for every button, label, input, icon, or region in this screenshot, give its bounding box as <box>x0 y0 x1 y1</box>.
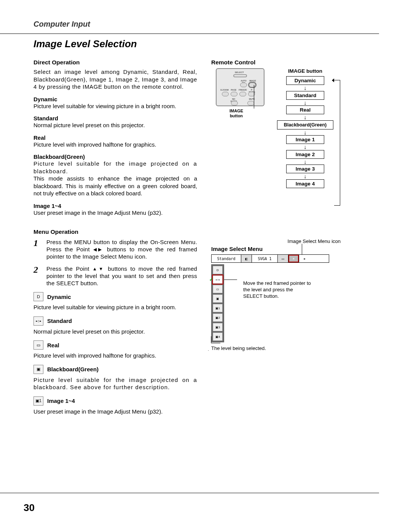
note-pointer-line <box>224 280 237 280</box>
menubar-svga: SVGA 1 <box>252 255 278 262</box>
mode-real-desc: Picture level with improved halftone for… <box>33 352 197 359</box>
menu-item-dynamic[interactable]: D <box>213 266 223 274</box>
menu-op-heading: Menu Operation <box>33 228 197 235</box>
menubar-icon-2: ▭ <box>278 255 288 262</box>
remote-mute-button[interactable] <box>247 101 254 105</box>
menubar-icon-3: ✶ <box>299 255 310 262</box>
page-number: 30 <box>24 502 35 514</box>
menu-item-image1[interactable]: ▣1 <box>213 304 223 312</box>
mode-standard-label: Standard <box>47 318 72 324</box>
image-select-menu-screenshot: Standard ◧ SVGA 1 ▭ ☀ ✶ D •○• ▭ ▣ ▣1 ▣2 … <box>211 254 329 342</box>
step-1-number: 1 <box>33 238 41 260</box>
mode-dynamic: D Dynamic <box>33 292 197 301</box>
menu-item-image3[interactable]: ▣3 <box>213 323 223 331</box>
mode-standard: •○• Standard <box>33 316 197 326</box>
flow-arrow-icon: ↓ <box>304 85 307 91</box>
remote-image-button[interactable] <box>249 83 256 87</box>
step-2-pre: Press the Point <box>46 265 92 272</box>
mode-blackboard-desc: Picture level suitable for the image pro… <box>33 376 197 391</box>
page-title: Image Level Selection <box>33 38 137 50</box>
mode-real-label: Real <box>47 342 59 348</box>
flow-arrow-icon: ↓ <box>304 144 307 150</box>
blackboard-heading: Blackboard(Green) <box>33 153 197 160</box>
ism-pointer-line <box>302 244 302 254</box>
blackboard-icon: ▣ <box>33 365 43 374</box>
direct-op-intro: Select an image level among Dynamic, Sta… <box>33 68 197 91</box>
section-header: Computer Input <box>0 0 411 29</box>
ism-title: Image Select Menu <box>211 246 379 252</box>
flow-return-arrow <box>334 80 340 206</box>
menu-item-column: D •○• ▭ ▣ ▣1 ▣2 ▣3 ▣4 <box>211 264 224 342</box>
dynamic-heading: Dynamic <box>33 96 197 102</box>
mode-dynamic-label: Dynamic <box>47 294 71 300</box>
flow-column: IMAGE button Dynamic ↓ Standard ↓ Real ↓… <box>273 68 338 188</box>
menubar-standard: Standard <box>212 255 241 262</box>
step-1: 1 Press the MENU button to display the O… <box>33 238 197 260</box>
blackboard-desc-2: This mode assists to enhance the image p… <box>33 175 197 197</box>
flow-arrow-icon: ↓ <box>304 159 307 165</box>
step-1-text: Press the MENU button to display the On-… <box>46 238 197 260</box>
flow-real: Real <box>286 105 324 114</box>
remote-autopc-button[interactable] <box>240 83 247 87</box>
menubar-icon-selected: ☀ <box>288 255 299 262</box>
flow-title: IMAGE button <box>288 68 322 74</box>
mode-blackboard: ▣ Blackboard(Green) <box>33 365 197 374</box>
connector-line <box>254 85 254 109</box>
step-2: 2 Press the Point ▲▼ buttons to move the… <box>33 265 197 287</box>
right-column-upper: Remote Control SELECT AUTO PC IMAGE D.ZO… <box>211 59 379 188</box>
rule-bottom <box>0 493 379 493</box>
point-lr-icon: ◀▶ <box>93 247 104 252</box>
dynamic-desc: Picture level suitable for viewing pictu… <box>33 102 197 110</box>
right-column-lower: Image Select Menu icon Image Select Menu… <box>211 238 379 351</box>
remote-page-button[interactable] <box>231 92 237 96</box>
image14-desc: User preset image in the Image Adjust Me… <box>33 209 197 217</box>
remote-control-diagram: SELECT AUTO PC IMAGE D.ZOOM PAGE FREEZE … <box>216 68 264 106</box>
menu-item-real[interactable]: ▭ <box>213 285 223 293</box>
menu-item-image2[interactable]: ▣2 <box>213 313 223 322</box>
remote-heading: Remote Control <box>211 59 379 66</box>
flow-image4: Image 4 <box>286 179 324 188</box>
flow-arrow-icon: ↓ <box>304 100 307 105</box>
mode-dynamic-desc: Picture level suitable for viewing pictu… <box>33 304 197 311</box>
step-2-number: 2 <box>33 265 41 287</box>
remote-noshow-button[interactable] <box>231 101 238 105</box>
step-2-text: Press the Point ▲▼ buttons to move the r… <box>46 265 197 287</box>
flow-arrow-icon: ↓ <box>304 130 307 135</box>
point-ud-icon: ▲▼ <box>92 266 105 272</box>
blackboard-desc-1: Picture level suitable for the image pro… <box>33 160 197 175</box>
flow-image3: Image 3 <box>286 165 324 173</box>
mode-image14-label: Image 1~4 <box>47 398 75 404</box>
flow-image2: Image 2 <box>286 150 324 159</box>
ism-icon-label: Image Select Menu icon <box>211 238 379 244</box>
real-heading: Real <box>33 134 197 141</box>
rule-top <box>0 34 379 34</box>
menu-bar: Standard ◧ SVGA 1 ▭ ☀ ✶ <box>211 254 329 263</box>
mode-standard-desc: Normal picture level preset on this proj… <box>33 328 197 335</box>
image1-icon: ▣1 <box>33 396 43 406</box>
image14-heading: Image 1~4 <box>33 203 197 209</box>
direct-op-heading: Direct Operation <box>33 59 197 66</box>
menu-item-standard[interactable]: •○• <box>213 275 223 284</box>
flow-blackboard: Blackboard(Green) <box>277 120 333 129</box>
flow-arrow-icon: ↓ <box>304 174 307 179</box>
remote-freeze-button[interactable] <box>239 92 246 96</box>
dynamic-icon: D <box>33 292 43 301</box>
remote-select-label: SELECT <box>235 71 244 73</box>
standard-icon: •○• <box>33 316 43 326</box>
mode-image14: ▣1 Image 1~4 <box>33 396 197 406</box>
image-button-caption: IMAGE button <box>225 109 248 118</box>
flow-arrow-icon: ↓ <box>304 115 307 120</box>
real-icon: ▭ <box>33 340 43 350</box>
mode-real: ▭ Real <box>33 340 197 350</box>
mode-image14-desc: User preset image in the Image Adjust Me… <box>33 408 197 415</box>
remote-dzoom-button[interactable] <box>222 92 229 96</box>
standard-heading: Standard <box>33 115 197 121</box>
menu-item-blackboard[interactable]: ▣ <box>213 294 223 303</box>
ism-note: Move the red framed pointer to the level… <box>243 280 312 300</box>
flow-image1: Image 1 <box>286 135 324 144</box>
flow-standard: Standard <box>286 91 324 100</box>
menubar-icon-1: ◧ <box>241 255 252 262</box>
left-column: Direct Operation Select an image level a… <box>33 59 197 416</box>
flow-dynamic: Dynamic <box>286 76 324 85</box>
standard-desc: Normal picture level preset on this proj… <box>33 121 197 129</box>
